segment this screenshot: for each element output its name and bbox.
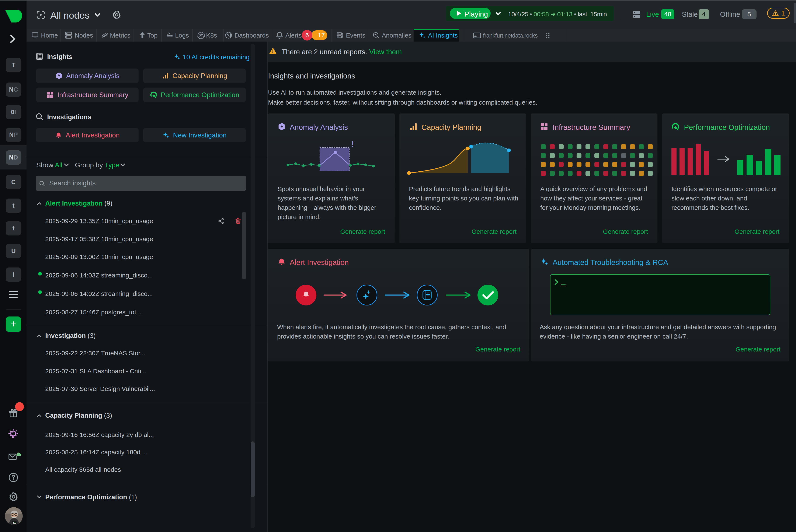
svg-text:!: !	[351, 140, 354, 149]
